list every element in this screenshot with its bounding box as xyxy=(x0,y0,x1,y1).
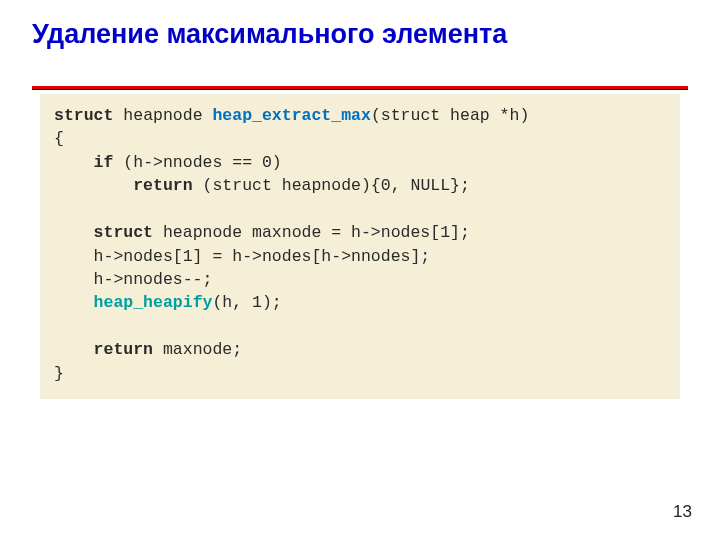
code-keyword: return xyxy=(94,340,153,359)
code-text: (struct heapnode){0, NULL}; xyxy=(193,176,470,195)
divider-black xyxy=(32,89,688,90)
code-text: (h->nnodes == 0) xyxy=(113,153,281,172)
code-text: heapnode maxnode = h->nodes[1]; xyxy=(153,223,470,242)
code-text: } xyxy=(54,364,64,383)
code-call: heap_heapify xyxy=(94,293,213,312)
slide-title: Удаление максимального элемента xyxy=(32,18,672,50)
code-indent xyxy=(54,176,133,195)
code-text: maxnode; xyxy=(153,340,242,359)
code-keyword: struct xyxy=(54,106,113,125)
code-keyword: return xyxy=(133,176,192,195)
code-text: { xyxy=(54,129,64,148)
code-indent xyxy=(54,340,94,359)
code-text: (struct heap *h) xyxy=(371,106,529,125)
code-text: h->nnodes--; xyxy=(54,270,212,289)
code-indent xyxy=(54,293,94,312)
code-indent xyxy=(54,153,94,172)
code-text: h->nodes[1] = h->nodes[h->nnodes]; xyxy=(54,247,430,266)
code-text: heapnode xyxy=(113,106,212,125)
code-block: struct heapnode heap_extract_max(struct … xyxy=(40,94,680,399)
slide: Удаление максимального элемента struct h… xyxy=(0,0,720,540)
code-text: (h, 1); xyxy=(212,293,281,312)
code-keyword: struct xyxy=(94,223,153,242)
code-keyword: if xyxy=(94,153,114,172)
code-indent xyxy=(54,223,94,242)
code-function-name: heap_extract_max xyxy=(212,106,370,125)
page-number: 13 xyxy=(673,502,692,522)
